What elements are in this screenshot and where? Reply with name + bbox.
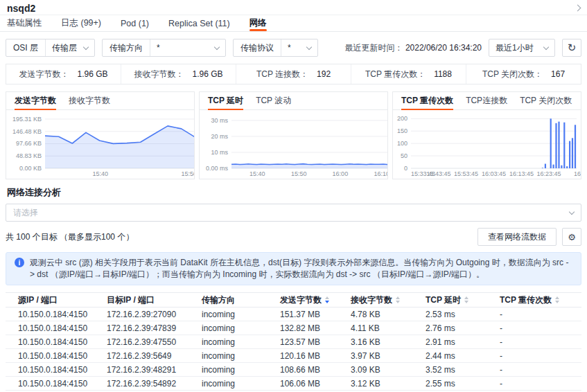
column-label: TCP 重传次数 [500, 295, 552, 305]
chart-2-tabs: TCP 重传次数TCP连接数TCP 关闭次数 [393, 92, 581, 110]
stat-label: 发送字节数： [19, 69, 69, 80]
stat-label: TCP 关闭次数： [482, 69, 543, 80]
chart-2-tab-0[interactable]: TCP 重传次数 [401, 92, 453, 109]
osi-layer-filter[interactable]: OSI 层 传输层 [6, 39, 95, 57]
cell-0: 10.150.0.184:4150 [6, 363, 101, 377]
chart-1-tabs: TCP 延时TCP 波动 [200, 92, 387, 110]
column-label: 目标IP / 端口 [107, 295, 155, 305]
svg-text:16:10: 16:10 [374, 170, 387, 177]
tab-bar: 基础属性日志 (99+)Pod (1)Replica Set (11)网络 [0, 15, 587, 32]
osi-layer-select[interactable]: 传输层 [46, 39, 94, 56]
chart-0-canvas: 195.31 KB146.48 KB97.66 KB48.83 KB0.00 K… [6, 110, 194, 179]
cell-6: - [494, 363, 581, 377]
cell-0: 10.150.0.184:4150 [6, 349, 101, 363]
svg-text:30 ms: 30 ms [211, 117, 228, 124]
tab-2[interactable]: Pod (1) [121, 15, 149, 31]
stat-value: 1188 [434, 69, 452, 79]
conn-row-3[interactable]: 10.150.0.184:4150172.16.2.39:5649incomin… [6, 349, 581, 363]
cell-1: 172.16.2.39:27090 [101, 308, 196, 321]
charts-row: 发送字节数接收字节数195.31 KB146.48 KB97.66 KB48.8… [6, 91, 581, 179]
cell-5: 2.44 ms [420, 349, 494, 363]
svg-text:48.83 KB: 48.83 KB [16, 152, 42, 159]
protocol-filter[interactable]: 传输协议 * [233, 39, 318, 57]
select-placeholder: 请选择 [13, 207, 38, 219]
cell-6: - [494, 321, 581, 335]
cell-0: 10.150.0.184:4150 [6, 308, 101, 321]
svg-text:15:53:45: 15:53:45 [454, 170, 478, 177]
cell-6: - [494, 308, 581, 321]
chevron-down-icon [83, 44, 89, 49]
cell-1: 172.16.2.39:54892 [101, 377, 196, 391]
settings-button[interactable]: ⚙ [562, 228, 581, 246]
refresh-icon: ↻ [568, 42, 577, 54]
column-header-4[interactable]: 接收字节数 [345, 293, 420, 308]
svg-text:146.48 KB: 146.48 KB [12, 128, 42, 135]
time-range-select[interactable]: 最近1小时 [489, 39, 555, 57]
direction-select[interactable]: * [150, 39, 225, 56]
conn-row-4[interactable]: 10.150.0.184:4150172.16.2.39:48291incomi… [6, 363, 581, 377]
chart-2-tab-2[interactable]: TCP 关闭次数 [520, 92, 572, 109]
stat-value: 192 [317, 69, 331, 79]
targets-row: 共 100 个目标 （最多显示100 个） 查看网络流数据 ⚙ [6, 228, 581, 246]
analysis-title: 网络连接分析 [7, 186, 580, 199]
chart-0-tab-1[interactable]: 接收字节数 [69, 92, 110, 109]
chart-panel-2: TCP 重传次数TCP连接数TCP 关闭次数20015010050015:33:… [392, 91, 581, 179]
cell-2: incoming [196, 321, 274, 335]
cell-4: 3.09 KB [345, 363, 420, 377]
conn-row-2[interactable]: 10.150.0.184:4150172.16.2.39:47550incomi… [6, 335, 581, 349]
refresh-button[interactable]: ↻ [562, 39, 581, 57]
chevron-down-icon [569, 208, 575, 214]
cell-4: 3.16 KB [345, 335, 420, 349]
chart-1-tab-0[interactable]: TCP 延时 [208, 92, 243, 109]
cell-3: 123.57 MB [274, 335, 345, 349]
svg-text:15:43:45: 15:43:45 [426, 170, 450, 177]
direction-filter[interactable]: 传输方向 * [102, 39, 226, 57]
sort-icon[interactable] [555, 296, 559, 303]
chart-2-tab-1[interactable]: TCP连接数 [466, 92, 507, 109]
cell-6: - [494, 335, 581, 349]
svg-text:0: 0 [404, 165, 408, 172]
cell-4: 3.12 KB [345, 377, 420, 391]
view-flow-data-button[interactable]: 查看网络流数据 [478, 228, 557, 246]
sort-icon[interactable] [396, 296, 400, 303]
cell-5: 2.76 ms [420, 321, 494, 335]
tab-0[interactable]: 基础属性 [7, 15, 42, 31]
svg-text:0.00 KB: 0.00 KB [19, 165, 42, 172]
tab-3[interactable]: Replica Set (11) [168, 15, 230, 31]
conn-row-5[interactable]: 10.150.0.184:4150172.16.2.39:54892incomi… [6, 377, 581, 391]
column-header-6[interactable]: TCP 重传次数 [494, 293, 581, 308]
svg-text:16:33:45: 16:33:45 [574, 170, 581, 177]
sort-icon[interactable] [325, 296, 329, 303]
svg-text:15:40: 15:40 [249, 170, 265, 177]
conn-row-0[interactable]: 10.150.0.184:4150172.16.2.39:27090incomi… [6, 308, 581, 321]
cell-3: 106.06 MB [274, 377, 345, 391]
column-header-5[interactable]: TCP 延时 [420, 293, 494, 308]
cell-5: 2.55 ms [420, 377, 494, 391]
collapse-panel-icon[interactable] [575, 5, 581, 12]
protocol-value: * [288, 43, 291, 53]
cell-1: 172.16.2.39:5649 [101, 349, 196, 363]
cell-6: - [494, 377, 581, 391]
svg-text:100: 100 [397, 140, 408, 147]
info-icon: i [15, 258, 24, 267]
sort-icon[interactable] [464, 296, 468, 303]
column-label: TCP 延时 [426, 295, 461, 305]
tab-4[interactable]: 网络 [249, 15, 267, 31]
chart-panel-1: TCP 延时TCP 波动30 ms20 ms10 ms0.00 ms15:401… [199, 91, 388, 179]
stat-label: 接收字节数： [134, 69, 184, 80]
tab-1[interactable]: 日志 (99+) [61, 15, 101, 31]
chart-0-tab-0[interactable]: 发送字节数 [15, 92, 56, 109]
cell-4: 4.11 KB [345, 321, 420, 335]
protocol-select[interactable]: * [281, 39, 317, 56]
svg-text:16:03:45: 16:03:45 [482, 170, 506, 177]
chart-1-tab-1[interactable]: TCP 波动 [256, 92, 291, 109]
column-header-3[interactable]: 发送字节数 [274, 293, 345, 308]
connection-filter-select[interactable]: 请选择 [6, 204, 581, 222]
svg-text:15:50: 15:50 [291, 170, 307, 177]
connections-table: 源IP / 端口目标IP / 端口传输方向发送字节数接收字节数TCP 延时TCP… [6, 292, 581, 392]
column-header-1: 目标IP / 端口 [101, 293, 196, 308]
protocol-label: 传输协议 [234, 39, 281, 56]
conn-row-1[interactable]: 10.150.0.184:4150172.16.2.39:47839incomi… [6, 321, 581, 335]
svg-text:10 ms: 10 ms [211, 149, 228, 156]
svg-text:16:23:45: 16:23:45 [537, 170, 561, 177]
